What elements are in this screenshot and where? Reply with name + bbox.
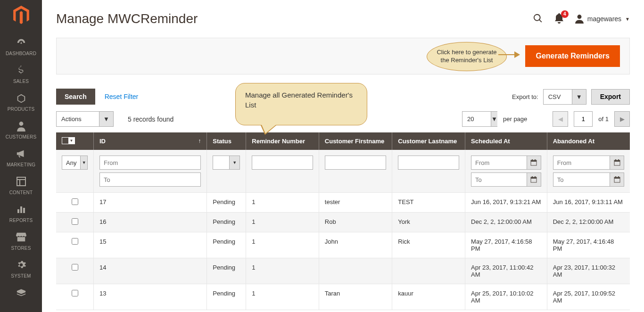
- cube-icon: [0, 93, 42, 105]
- user-icon: [575, 14, 584, 24]
- calendar-icon[interactable]: [527, 156, 541, 170]
- cell-id: 17: [94, 193, 207, 213]
- nav-stores[interactable]: STORES: [0, 228, 42, 255]
- export-button[interactable]: Export: [591, 89, 630, 105]
- chevron-down-icon: ▼: [68, 138, 74, 144]
- nav-customers[interactable]: CUSTOMERS: [0, 116, 42, 144]
- header-abandoned-at[interactable]: Abandoned At: [547, 132, 630, 150]
- cell-firstname: Rob: [319, 213, 392, 232]
- export-to-label: Export to:: [512, 93, 538, 100]
- table-row[interactable]: 16 Pending 1 Rob York Dec 2, 2, 12:00:00…: [56, 213, 630, 232]
- table-row[interactable]: 13 Pending 1 Taran kauur Apr 25, 2017, 1…: [56, 284, 630, 310]
- cell-reminder-number: 1: [246, 213, 319, 232]
- header-scheduled-at[interactable]: Scheduled At: [465, 132, 547, 150]
- store-icon: [0, 232, 42, 244]
- cell-firstname: [319, 258, 392, 284]
- filter-id-from[interactable]: [99, 156, 201, 170]
- page-title: Manage MWCReminder: [56, 11, 198, 26]
- filter-id-to[interactable]: [99, 172, 201, 187]
- filter-select-any[interactable]: Any ▼: [62, 156, 88, 170]
- page-size-select[interactable]: 20 ▼: [462, 111, 497, 127]
- search-icon[interactable]: [533, 13, 543, 25]
- header-select-all[interactable]: ▼: [56, 132, 94, 150]
- notifications-icon[interactable]: 4: [554, 13, 564, 25]
- svg-rect-13: [531, 177, 537, 179]
- nav-reports[interactable]: REPORTS: [0, 200, 42, 228]
- cell-status: Pending: [207, 232, 246, 258]
- row-checkbox[interactable]: [72, 264, 78, 271]
- cell-id: 14: [94, 258, 207, 284]
- svg-rect-21: [614, 177, 620, 179]
- dashboard-icon: [0, 38, 42, 49]
- row-checkbox[interactable]: [72, 238, 78, 245]
- nav-marketing[interactable]: MARKETING: [0, 144, 42, 172]
- svg-rect-18: [615, 159, 616, 161]
- row-checkbox[interactable]: [72, 198, 78, 205]
- prev-page-button[interactable]: ◀: [553, 111, 568, 127]
- header-status[interactable]: Status: [207, 132, 246, 150]
- nav-sales[interactable]: SALES: [0, 61, 42, 89]
- header-firstname[interactable]: Customer Firstname: [319, 132, 392, 150]
- cell-reminder-number: 1: [246, 232, 319, 258]
- current-page-input[interactable]: [574, 111, 593, 127]
- nav-content[interactable]: CONTENT: [0, 172, 42, 200]
- layout-icon: [0, 177, 42, 188]
- mass-actions-select[interactable]: Actions ▼: [56, 111, 114, 127]
- nav-dashboard[interactable]: DASHBOARD: [0, 33, 42, 61]
- row-checkbox[interactable]: [72, 218, 78, 225]
- filter-status-select[interactable]: ▼: [213, 156, 240, 170]
- person-icon: [0, 121, 42, 132]
- partners-icon: [0, 288, 42, 299]
- admin-sidebar: DASHBOARD SALES PRODUCTS CUSTOMERS MARKE…: [0, 0, 42, 312]
- svg-rect-23: [618, 176, 619, 178]
- nav-system[interactable]: SYSTEM: [0, 255, 42, 283]
- svg-rect-5: [20, 206, 22, 213]
- chevron-down-icon: ▼: [625, 16, 630, 22]
- cell-id: 13: [94, 284, 207, 310]
- cell-firstname: tester: [319, 193, 392, 213]
- chevron-down-icon: ▼: [229, 156, 239, 169]
- chevron-down-icon: ▼: [572, 90, 586, 104]
- nav-label: REPORTS: [9, 218, 33, 223]
- reminders-grid: ▼ ID↑ Status Reminder Number Customer Fi…: [56, 132, 630, 310]
- cell-scheduled-at: May 27, 2017, 4:16:58 PM: [465, 232, 547, 258]
- cell-reminder-number: 1: [246, 258, 319, 284]
- calendar-icon[interactable]: [527, 172, 541, 187]
- header-reminder-number[interactable]: Reminder Number: [246, 132, 319, 150]
- filter-abandoned-from[interactable]: [553, 156, 610, 170]
- cell-status: Pending: [207, 213, 246, 232]
- calendar-icon[interactable]: [610, 156, 624, 170]
- nav-partners[interactable]: [0, 283, 42, 306]
- header-id[interactable]: ID↑: [94, 132, 207, 150]
- filter-lastname[interactable]: [398, 156, 459, 170]
- header-lastname[interactable]: Customer Lastname: [392, 132, 465, 150]
- svg-rect-9: [531, 160, 537, 162]
- cell-status: Pending: [207, 258, 246, 284]
- magento-logo[interactable]: [13, 6, 29, 25]
- nav-products[interactable]: PRODUCTS: [0, 89, 42, 116]
- search-button[interactable]: Search: [56, 89, 95, 105]
- table-row[interactable]: 15 Pending 1 John Rick May 27, 2017, 4:1…: [56, 232, 630, 258]
- filter-scheduled-to[interactable]: [471, 172, 527, 187]
- cell-abandoned-at: Jun 16, 2017, 9:13:11 AM: [547, 193, 630, 213]
- filter-reminder-number[interactable]: [252, 156, 313, 170]
- svg-rect-14: [532, 176, 533, 178]
- account-menu[interactable]: magewares ▼: [575, 14, 630, 24]
- filter-abandoned-to[interactable]: [553, 172, 610, 187]
- table-row[interactable]: 17 Pending 1 tester TEST Jun 16, 2017, 9…: [56, 193, 630, 213]
- nav-label: MARKETING: [7, 162, 35, 167]
- calendar-icon[interactable]: [610, 172, 624, 187]
- cell-scheduled-at: Dec 2, 2, 12:00:00 AM: [465, 213, 547, 232]
- svg-rect-17: [614, 160, 620, 162]
- filter-scheduled-from[interactable]: [471, 156, 527, 170]
- nav-label: SYSTEM: [11, 273, 31, 279]
- row-checkbox[interactable]: [72, 290, 78, 296]
- nav-label: STORES: [11, 246, 31, 251]
- filter-firstname[interactable]: [325, 156, 386, 170]
- reset-filter-link[interactable]: Reset Filter: [105, 93, 139, 100]
- table-row[interactable]: 14 Pending 1 Apr 23, 2017, 11:00:42 AM A…: [56, 258, 630, 284]
- generate-reminders-button[interactable]: Generate Reminders: [525, 45, 620, 67]
- next-page-button[interactable]: ▶: [614, 111, 630, 127]
- export-format-select[interactable]: CSV ▼: [543, 89, 586, 105]
- cell-lastname: [392, 258, 465, 284]
